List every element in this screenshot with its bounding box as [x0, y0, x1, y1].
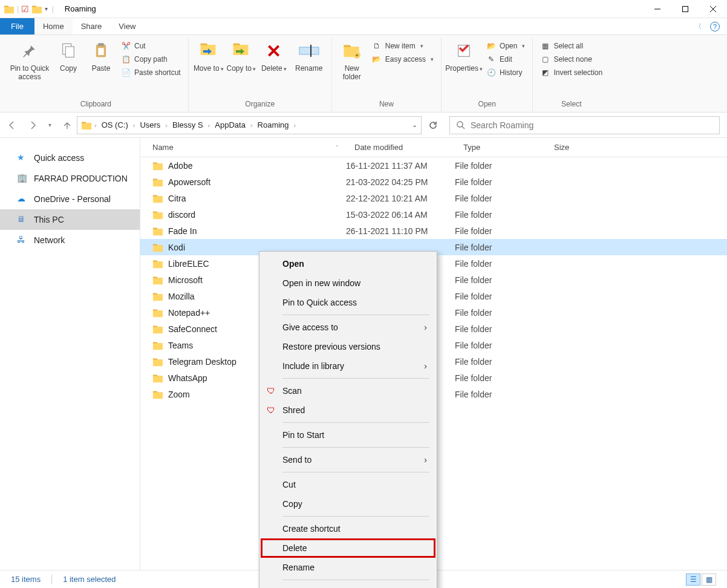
copy-to-button[interactable]: Copy to▾ — [225, 38, 258, 76]
menu-include-in-library[interactable]: Include in library› — [261, 356, 435, 376]
select-all-button[interactable]: ▦Select all — [536, 40, 606, 52]
nav-quick-access[interactable]: ★ Quick access — [0, 148, 140, 168]
properties-button[interactable]: Properties▾ — [445, 38, 483, 76]
menu-copy[interactable]: Copy — [261, 494, 435, 514]
thumbnails-view-button[interactable]: ▦ — [702, 573, 716, 586]
nav-farrad-production[interactable]: 🏢 FARRAD PRODUCTION — [0, 168, 140, 189]
menu-properties[interactable]: Properties — [261, 583, 435, 588]
menu-send-to[interactable]: Send to› — [261, 450, 435, 469]
select-all-icon: ▦ — [540, 41, 550, 51]
menu-cut[interactable]: Cut — [261, 475, 435, 494]
menu-pin-quick-access[interactable]: Pin to Quick access — [261, 293, 435, 312]
qat-checkbox-icon[interactable]: ☑ — [21, 4, 29, 14]
chevron-right-icon[interactable]: › — [294, 122, 296, 129]
file-name: Citra — [168, 194, 186, 203]
cut-button[interactable]: ✂️Cut — [117, 40, 184, 52]
breadcrumb[interactable]: Blessy S — [170, 120, 206, 129]
qat-folder-icon[interactable] — [31, 4, 42, 14]
menu-scan[interactable]: 🛡Scan — [261, 381, 435, 400]
ribbon-group-clipboard: Pin to Quick access Copy Paste ✂️Cut 📋Co… — [4, 38, 189, 112]
chevron-right-icon[interactable]: › — [208, 122, 210, 129]
menu-give-access-to[interactable]: Give access to› — [261, 318, 435, 337]
file-type: File folder — [455, 243, 546, 252]
minimize-button[interactable] — [644, 0, 671, 18]
invert-selection-button[interactable]: ◩Invert selection — [536, 67, 606, 79]
nav-onedrive[interactable]: ☁ OneDrive - Personal — [0, 189, 140, 209]
column-header-modified[interactable]: Date modified — [346, 143, 455, 152]
refresh-button[interactable] — [426, 116, 440, 134]
chevron-right-icon[interactable]: › — [133, 122, 135, 129]
menu-shred[interactable]: 🛡Shred — [261, 400, 435, 420]
qat-overflow-icon[interactable]: ▾ — [45, 5, 48, 12]
view-tab[interactable]: View — [110, 18, 144, 34]
easy-access-button[interactable]: 📂Easy access▾ — [368, 53, 437, 65]
open-button[interactable]: 📂Open▾ — [483, 40, 529, 52]
menu-delete[interactable]: Delete — [261, 538, 435, 558]
file-tab[interactable]: File — [0, 18, 34, 34]
edit-button[interactable]: ✎Edit — [483, 53, 529, 65]
menu-restore-previous[interactable]: Restore previous versions — [261, 337, 435, 356]
chevron-right-icon[interactable]: › — [250, 122, 253, 129]
select-none-icon: ▢ — [540, 54, 550, 64]
up-button[interactable] — [62, 120, 72, 130]
column-header-name[interactable]: Name˄ — [140, 143, 346, 152]
maximize-button[interactable] — [671, 0, 699, 18]
menu-rename[interactable]: Rename — [261, 558, 435, 577]
delete-icon: ✕ — [266, 41, 281, 62]
new-item-button[interactable]: 🗋New item▾ — [368, 40, 437, 52]
table-row[interactable]: Apowersoft21-03-2022 04:25 PMFile folder — [140, 174, 727, 190]
column-header-type[interactable]: Type — [455, 143, 546, 152]
details-view-button[interactable]: ☰ — [686, 573, 700, 586]
share-tab[interactable]: Share — [73, 18, 111, 34]
rename-button[interactable]: Rename — [290, 38, 328, 75]
menu-create-shortcut[interactable]: Create shortcut — [261, 519, 435, 538]
chevron-right-icon[interactable]: › — [165, 122, 168, 129]
breadcrumb[interactable]: Roaming — [255, 120, 292, 129]
close-button[interactable] — [699, 0, 727, 18]
delete-button[interactable]: ✕ Delete▾ — [258, 38, 290, 76]
ribbon-collapse-button[interactable]: 〈? — [688, 18, 727, 34]
copy-button[interactable]: Copy — [52, 38, 85, 75]
table-row[interactable]: Adobe16-11-2021 11:37 AMFile folder — [140, 157, 727, 174]
file-name: WhatsApp — [168, 373, 207, 383]
table-row[interactable]: discord15-03-2022 06:14 AMFile folder — [140, 206, 727, 223]
new-folder-icon: ✦ — [343, 43, 361, 59]
address-bar[interactable]: › OS (C:) › Users › Blessy S › AppData ›… — [77, 116, 422, 134]
history-button[interactable]: 🕘History — [483, 67, 529, 79]
search-input[interactable] — [471, 120, 713, 130]
table-row[interactable]: Fade In26-11-2021 11:10 PMFile folder — [140, 223, 727, 239]
move-to-button[interactable]: Move to▾ — [192, 38, 225, 76]
file-type: File folder — [455, 194, 546, 203]
menu-pin-to-start[interactable]: Pin to Start — [261, 425, 435, 445]
nav-this-pc[interactable]: 🖥 This PC — [0, 209, 140, 230]
select-none-button[interactable]: ▢Select none — [536, 53, 606, 65]
search-box[interactable] — [449, 116, 720, 134]
pin-to-quick-access-button[interactable]: Pin to Quick access — [7, 38, 52, 83]
file-type: File folder — [455, 177, 546, 187]
home-tab[interactable]: Home — [34, 18, 73, 34]
recent-locations-button[interactable]: ▾ — [48, 122, 51, 128]
menu-open-new-window[interactable]: Open in new window — [261, 273, 435, 293]
svg-rect-5 — [65, 47, 74, 57]
breadcrumb[interactable]: Users — [137, 120, 163, 129]
chevron-right-icon[interactable]: › — [94, 122, 97, 129]
menu-open[interactable]: Open — [261, 254, 435, 273]
file-type: File folder — [455, 259, 546, 269]
paste-shortcut-button[interactable]: 📄Paste shortcut — [117, 67, 184, 79]
paste-button[interactable]: Paste — [85, 38, 117, 75]
address-dropdown-icon[interactable]: ⌄ — [412, 121, 417, 129]
folder-icon — [152, 390, 163, 399]
folder-icon — [152, 308, 163, 318]
breadcrumb[interactable]: AppData — [212, 120, 248, 129]
window-title: Roaming — [59, 4, 96, 13]
column-headers: Name˄ Date modified Type Size — [140, 138, 727, 157]
new-folder-button[interactable]: ✦ New folder — [336, 38, 368, 83]
help-icon[interactable]: ? — [710, 22, 720, 31]
column-header-size[interactable]: Size — [546, 143, 606, 152]
nav-network[interactable]: 🖧 Network — [0, 230, 140, 250]
breadcrumb[interactable]: OS (C:) — [99, 120, 131, 129]
forward-button[interactable] — [28, 120, 37, 130]
copy-path-button[interactable]: 📋Copy path — [117, 53, 184, 65]
table-row[interactable]: Citra22-12-2021 10:21 AMFile folder — [140, 190, 727, 206]
back-button[interactable] — [7, 120, 17, 130]
